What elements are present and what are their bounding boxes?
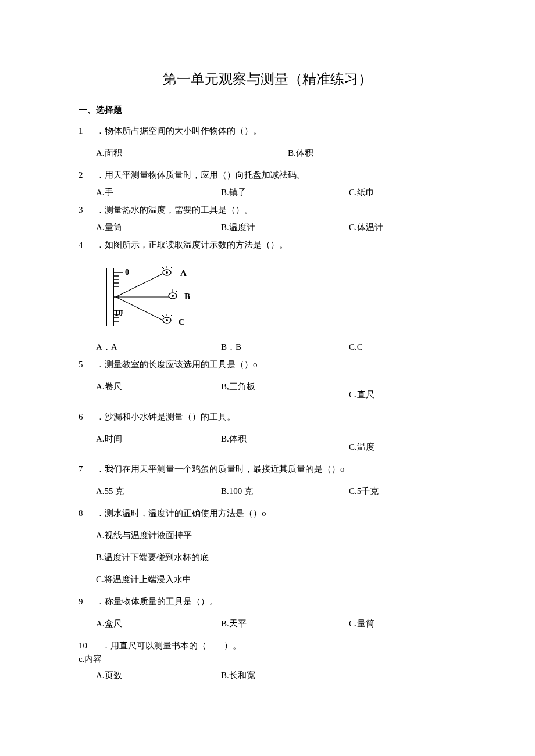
question-2: 2 ．用天平测量物体质量时，应用（）向托盘加减祛码。 [79,168,456,182]
question-number: 9 [79,594,96,608]
question-number: 2 [79,168,96,182]
question-9-options: A.盒尺 B.天平 C.量筒 [96,617,456,630]
option-c: C.量筒 [349,617,456,630]
option-a: A.手 [96,185,221,199]
option-c: C.体温计 [349,220,456,234]
eye-icon [162,266,172,275]
figure-label-c: C [179,317,185,327]
thermometer-figure: 0 10 A B C [96,262,456,332]
page-title: 第一单元观察与测量（精准练习） [79,70,456,88]
question-1: 1 ．物体所占据空间的大小叫作物体的（）。 [79,124,456,138]
option-b: B.天平 [221,617,349,630]
question-10-options: A.页数 B.长和宽 [96,668,456,682]
question-8-option-a: A.视线与温度计液面持平 [96,528,456,542]
question-number: 1 [79,124,96,138]
question-number: 3 [79,203,96,217]
option-a: A.盒尺 [96,617,221,630]
question-number: 10 [79,639,102,653]
question-6-options: A.时间 B.体积 C.温度 [96,432,456,454]
figure-label-a: A [180,268,187,278]
option-b: B.体积 [221,432,349,454]
question-8: 8 ．测水温时，温度计的正确使用方法是（）o [79,506,456,520]
question-text: ．物体所占据空间的大小叫作物体的（）。 [96,124,456,138]
option-b: B.100 克 [221,484,349,498]
svg-point-17 [166,319,168,321]
question-text: ．测量教室的长度应该选用的工具是（）o [96,357,456,371]
question-8-option-b: B.温度计下端要碰到水杯的底 [96,550,456,564]
option-c: C.纸巾 [349,185,456,199]
option-a: A.页数 [96,668,221,682]
question-text: ．测水温时，温度计的正确使用方法是（）o [96,506,456,520]
section-heading: 一、选择题 [79,105,456,116]
option-b: B,三角板 [221,379,349,402]
question-6: 6 ．沙漏和小水钟是测量（）的工具。 [79,410,456,424]
question-3-options: A.量筒 B.温度计 C.体温计 [96,220,456,234]
question-7-options: A.55 克 B.100 克 C.5千克 [96,484,456,498]
option-a: A.量筒 [96,220,221,234]
option-c: C.C [349,340,456,354]
option-b: B.长和宽 [221,668,349,682]
question-text: ．用天平测量物体质量时，应用（）向托盘加减祛码。 [96,168,456,182]
question-10: 10 ．用直尺可以测量书本的（ ）。 [79,639,456,653]
question-text: ．测量热水的温度，需要的工具是（）。 [96,203,456,217]
option-a: A.时间 [96,432,221,454]
option-c-empty [349,668,456,682]
question-4: 4 ．如图所示，正取读取温度计示数的方法是（）。 [79,238,456,252]
option-a: A.55 克 [96,484,221,498]
worksheet-page: 第一单元观察与测量（精准练习） 一、选择题 1 ．物体所占据空间的大小叫作物体的… [0,0,535,740]
question-4-options: A．A B．B C.C [96,340,456,354]
question-text: ．沙漏和小水钟是测量（）的工具。 [96,410,456,424]
option-b: B.镇子 [221,185,349,199]
question-8-option-c: C.将温度计上端浸入水中 [96,572,456,586]
question-5-options: A.卷尺 B,三角板 C.直尺 [96,379,456,402]
question-5: 5 ．测量教室的长度应该选用的工具是（）o [79,357,456,371]
scale-label-10: 10 [115,309,123,317]
option-b: B．B [221,340,349,354]
option-c: C.5千克 [349,484,456,498]
thermometer-svg: 0 10 A B C [96,262,195,332]
svg-line-12 [116,274,163,297]
question-3: 3 ．测量热水的温度，需要的工具是（）。 [79,203,456,217]
question-text: ．如图所示，正取读取温度计示数的方法是（）。 [96,238,456,252]
question-text: ．我们在用天平测量一个鸡蛋的质量时，最接近其质量的是（）o [96,462,456,476]
question-number: 8 [79,506,96,520]
option-c: C.温度 [349,432,456,454]
question-2-options: A.手 B.镇子 C.纸巾 [96,185,456,199]
question-9: 9 ．称量物体质量的工具是（）。 [79,594,456,608]
option-a: A.卷尺 [96,379,221,402]
stray-option-c: c.内容 [79,654,456,665]
eye-icon [162,314,172,323]
eye-icon [168,289,177,299]
question-number: 5 [79,357,96,371]
question-text: ．称量物体质量的工具是（）。 [96,594,456,608]
question-1-options: A.面积 B.体积 [96,146,456,160]
scale-label-0: 0 [125,268,129,277]
figure-label-b: B [184,292,190,301]
svg-line-14 [116,297,163,320]
question-number: 4 [79,238,96,252]
question-7: 7 ．我们在用天平测量一个鸡蛋的质量时，最接近其质量的是（）o [79,462,456,476]
option-b: B.体积 [288,146,456,160]
question-number: 7 [79,462,96,476]
svg-point-16 [172,295,174,297]
option-c: C.直尺 [349,379,456,402]
question-number: 6 [79,410,96,424]
option-b: B.温度计 [221,220,349,234]
question-text: ．用直尺可以测量书本的（ ）。 [102,639,456,653]
svg-point-15 [166,271,168,274]
option-a: A.面积 [96,146,288,160]
option-a: A．A [96,340,221,354]
